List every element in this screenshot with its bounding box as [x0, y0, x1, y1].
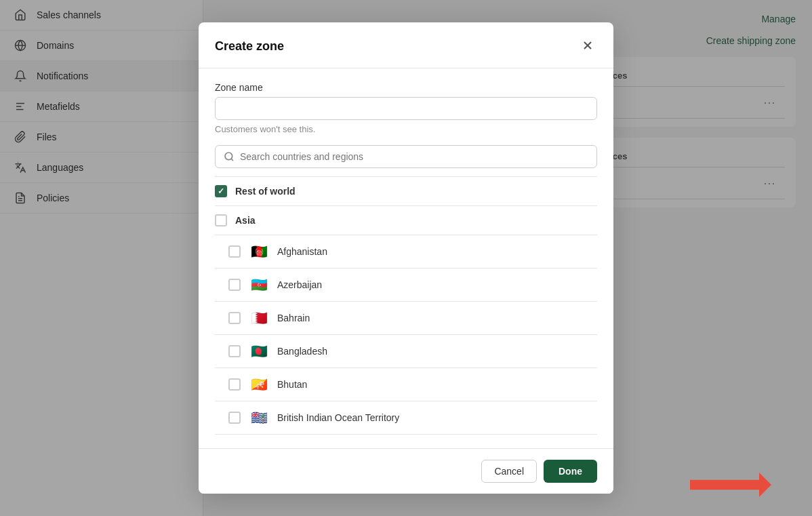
- country-name-bahrain: Bahrain: [277, 313, 310, 323]
- region-name-asia: Asia: [235, 215, 256, 226]
- country-row-bahrain[interactable]: 🇧🇭 Bahrain: [215, 302, 597, 335]
- modal-overlay: Create zone Zone name Customers won't se…: [0, 0, 812, 516]
- region-row-rest-of-world[interactable]: Rest of world: [215, 177, 597, 206]
- svg-line-10: [231, 159, 233, 161]
- checkbox-azerbaijan[interactable]: [228, 279, 241, 291]
- zone-name-input[interactable]: [215, 97, 597, 120]
- flag-bangladesh: 🇧🇩: [249, 343, 269, 359]
- modal-body: Zone name Customers won't see this. Rest…: [199, 68, 613, 448]
- flag-afghanistan: 🇦🇫: [249, 243, 269, 260]
- done-button[interactable]: Done: [544, 460, 597, 483]
- modal-footer: Cancel Done: [199, 448, 613, 494]
- zone-name-label: Zone name: [215, 82, 597, 93]
- checkbox-bahrain[interactable]: [228, 312, 241, 324]
- cancel-button[interactable]: Cancel: [481, 460, 537, 483]
- arrow-hint: [690, 473, 771, 497]
- flag-bhutan: 🇧🇹: [249, 376, 269, 393]
- checkbox-rest-of-world[interactable]: [215, 185, 227, 197]
- country-name-bangladesh: Bangladesh: [277, 346, 327, 357]
- country-name-bhutan: Bhutan: [277, 379, 307, 390]
- search-input[interactable]: [240, 151, 588, 162]
- search-icon: [224, 151, 235, 162]
- country-row-bhutan[interactable]: 🇧🇹 Bhutan: [215, 368, 597, 401]
- country-row-azerbaijan[interactable]: 🇦🇿 Azerbaijan: [215, 269, 597, 302]
- modal-title: Create zone: [215, 39, 284, 54]
- country-row-bangladesh[interactable]: 🇧🇩 Bangladesh: [215, 335, 597, 368]
- country-name-azerbaijan: Azerbaijan: [277, 279, 322, 290]
- modal-close-button[interactable]: [578, 36, 597, 57]
- flag-biot: 🇮🇴: [249, 410, 269, 426]
- checkbox-bhutan[interactable]: [228, 378, 241, 391]
- country-list: Rest of world Asia 🇦🇫 Afghanistan 🇦🇿: [215, 176, 597, 435]
- flag-bahrain: 🇧🇭: [249, 310, 269, 326]
- svg-point-9: [225, 153, 232, 160]
- region-row-asia[interactable]: Asia: [215, 206, 597, 235]
- region-name-rest-of-world: Rest of world: [235, 186, 296, 197]
- country-row-afghanistan[interactable]: 🇦🇫 Afghanistan: [215, 235, 597, 269]
- checkbox-bangladesh[interactable]: [228, 345, 241, 357]
- modal-header: Create zone: [199, 22, 613, 68]
- arrow-body: [690, 473, 771, 497]
- country-row-biot[interactable]: 🇮🇴 British Indian Ocean Territory: [215, 401, 597, 435]
- country-name-afghanistan: Afghanistan: [277, 246, 327, 257]
- flag-azerbaijan: 🇦🇿: [249, 277, 269, 293]
- zone-name-hint: Customers won't see this.: [215, 124, 597, 134]
- checkbox-biot[interactable]: [228, 412, 241, 424]
- create-zone-modal: Create zone Zone name Customers won't se…: [199, 22, 613, 494]
- checkbox-asia[interactable]: [215, 214, 227, 226]
- search-box: [215, 145, 597, 168]
- checkbox-afghanistan[interactable]: [228, 245, 241, 258]
- country-name-biot: British Indian Ocean Territory: [277, 412, 399, 423]
